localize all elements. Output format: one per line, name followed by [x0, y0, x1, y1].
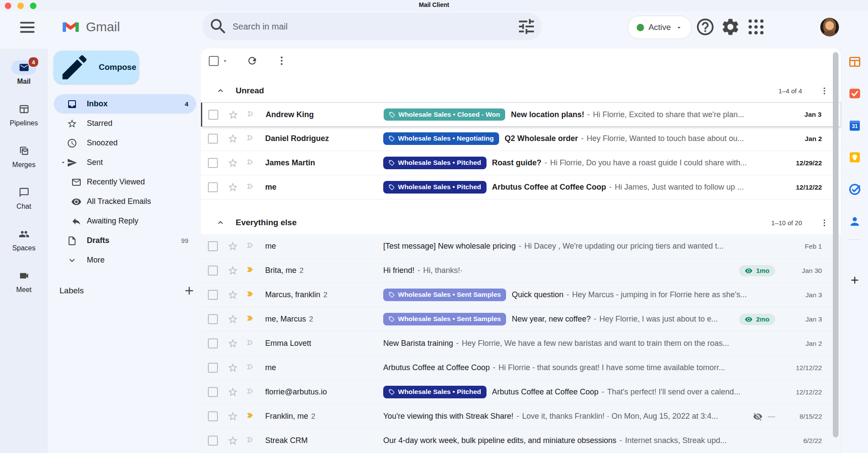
star-icon[interactable] — [227, 241, 238, 252]
sidebar-item-sent[interactable]: Sent — [54, 153, 196, 172]
row-checkbox[interactable] — [208, 314, 218, 324]
expander-caret-icon[interactable] — [60, 159, 67, 166]
email-row[interactable]: Franklin, me2You're viewing this with St… — [201, 404, 841, 429]
search-input[interactable] — [232, 21, 516, 32]
sidebar-item-snoozed[interactable]: Snoozed — [54, 133, 196, 153]
importance-marker-icon[interactable] — [246, 133, 256, 144]
star-icon[interactable] — [227, 387, 238, 397]
star-icon[interactable] — [227, 182, 238, 193]
email-row[interactable]: Streak CRMOur 4-day work week, bulk pipe… — [201, 429, 841, 453]
select-dropdown-caret[interactable] — [222, 58, 228, 64]
importance-marker-icon[interactable] — [246, 314, 256, 325]
row-checkbox[interactable] — [208, 411, 218, 421]
pipeline-stage-badge[interactable]: Wholesale Sales • Pitched — [383, 157, 487, 169]
create-label-button[interactable] — [183, 284, 196, 297]
help-button[interactable] — [695, 17, 715, 37]
importance-marker-icon[interactable] — [246, 435, 256, 446]
importance-marker-icon[interactable] — [246, 158, 256, 168]
star-icon[interactable] — [227, 133, 238, 144]
star-icon[interactable] — [227, 338, 238, 349]
importance-marker-icon[interactable] — [246, 182, 256, 193]
sidebar-item-all-tracked-emails[interactable]: All Tracked Emails — [54, 192, 196, 211]
settings-button[interactable] — [720, 17, 740, 37]
rail-item-spaces[interactable]: Spaces — [0, 227, 48, 269]
streak-status-dropdown[interactable]: Active — [628, 16, 692, 39]
email-row[interactable]: Andrew KingWholesale Sales • Closed - Wo… — [201, 102, 841, 127]
sidebar-item-more[interactable]: More — [54, 250, 196, 270]
more-options-button[interactable] — [276, 55, 287, 66]
google-contacts-icon[interactable] — [847, 214, 862, 229]
search-filter-button[interactable] — [516, 16, 536, 36]
email-row[interactable]: Daniel RodriguezWholesale Sales • Negoti… — [201, 127, 841, 151]
row-checkbox[interactable] — [208, 363, 218, 373]
google-calendar-icon[interactable]: 31 — [847, 118, 862, 133]
row-checkbox[interactable] — [208, 338, 218, 348]
google-apps-button[interactable] — [746, 17, 766, 37]
sidebar-item-drafts[interactable]: Drafts99 — [54, 231, 196, 250]
row-checkbox[interactable] — [208, 241, 218, 251]
email-row[interactable]: Marcus, franklin2Wholesale Sales • Sent … — [201, 283, 841, 307]
rail-item-chat[interactable]: Chat — [0, 185, 48, 227]
main-menu-button[interactable] — [17, 17, 37, 37]
email-row[interactable]: meArbutus Coffee at Coffee Coop-Hi Florr… — [201, 356, 841, 380]
importance-marker-icon[interactable] — [246, 241, 256, 252]
rail-item-mail[interactable]: 4Mail — [0, 60, 48, 102]
rail-item-pipelines[interactable]: Pipelines — [0, 102, 48, 144]
sidebar-item-starred[interactable]: Starred — [54, 114, 196, 133]
section-more-button[interactable] — [819, 218, 829, 227]
pipeline-stage-badge[interactable]: Wholesale Sales • Pitched — [383, 181, 487, 194]
search-bar[interactable] — [202, 13, 542, 40]
importance-marker-icon[interactable] — [246, 109, 257, 120]
collapse-section-button[interactable] — [216, 218, 225, 227]
streak-pipelines-icon[interactable] — [847, 54, 862, 69]
star-icon[interactable] — [227, 314, 238, 325]
email-row[interactable]: Brita, me2Hi friend!-Hi, thanks!·1moJan … — [201, 259, 841, 283]
refresh-button[interactable] — [247, 55, 258, 66]
search-button[interactable] — [208, 16, 228, 36]
google-tasks-icon[interactable] — [847, 182, 862, 197]
star-icon[interactable] — [227, 158, 238, 168]
vertical-scrollbar[interactable] — [833, 52, 838, 437]
email-tracking-badge[interactable]: 1mo — [739, 265, 775, 276]
compose-button[interactable]: Compose — [54, 51, 139, 84]
email-row[interactable]: James MartinWholesale Sales • PitchedRoa… — [201, 151, 841, 175]
importance-marker-icon[interactable] — [246, 387, 256, 397]
section-more-button[interactable] — [819, 86, 829, 95]
star-icon[interactable] — [227, 411, 238, 422]
email-row[interactable]: Emma LovettNew Barista training-Hey Flor… — [201, 332, 841, 356]
row-checkbox[interactable] — [208, 158, 218, 168]
account-avatar[interactable] — [820, 18, 839, 36]
row-checkbox[interactable] — [208, 266, 218, 276]
pipeline-stage-badge[interactable]: Wholesale Sales • Sent Samples — [383, 289, 506, 301]
google-keep-icon[interactable] — [847, 150, 862, 164]
row-checkbox[interactable] — [208, 436, 218, 446]
email-tracking-badge[interactable]: 2mo — [739, 314, 775, 325]
sidebar-item-recently-viewed[interactable]: Recently Viewed — [54, 172, 196, 192]
streak-email-tracking-icon[interactable] — [847, 86, 862, 101]
email-row[interactable]: meWholesale Sales • PitchedArbutus Coffe… — [201, 175, 841, 200]
pipeline-stage-badge[interactable]: Wholesale Sales • Sent Samples — [383, 313, 506, 325]
rail-item-meet[interactable]: Meet — [0, 269, 48, 310]
collapse-section-button[interactable] — [216, 86, 225, 95]
star-icon[interactable] — [227, 362, 238, 373]
email-row[interactable]: me, Marcus2Wholesale Sales • Sent Sample… — [201, 307, 841, 332]
importance-marker-icon[interactable] — [246, 265, 256, 276]
row-checkbox[interactable] — [208, 110, 218, 120]
importance-marker-icon[interactable] — [246, 411, 256, 422]
row-checkbox[interactable] — [208, 182, 218, 192]
sidebar-item-awaiting-reply[interactable]: Awaiting Reply — [54, 211, 196, 231]
rail-item-merges[interactable]: Merges — [0, 144, 48, 185]
row-checkbox[interactable] — [208, 134, 218, 144]
row-checkbox[interactable] — [208, 387, 218, 397]
email-row[interactable]: me[Test message] New wholesale pricing-H… — [201, 234, 841, 259]
email-row[interactable]: florrie@arbutus.ioWholesale Sales • Pitc… — [201, 380, 841, 404]
pipeline-stage-badge[interactable]: Wholesale Sales • Closed - Won — [384, 108, 505, 121]
star-icon[interactable] — [227, 435, 238, 446]
add-addon-button[interactable] — [849, 274, 861, 286]
select-all-checkbox[interactable] — [209, 56, 219, 66]
row-checkbox[interactable] — [208, 290, 218, 300]
star-icon[interactable] — [228, 109, 239, 120]
importance-marker-icon[interactable] — [246, 289, 256, 300]
pipeline-stage-badge[interactable]: Wholesale Sales • Negotiating — [383, 132, 499, 145]
star-icon[interactable] — [227, 265, 238, 276]
